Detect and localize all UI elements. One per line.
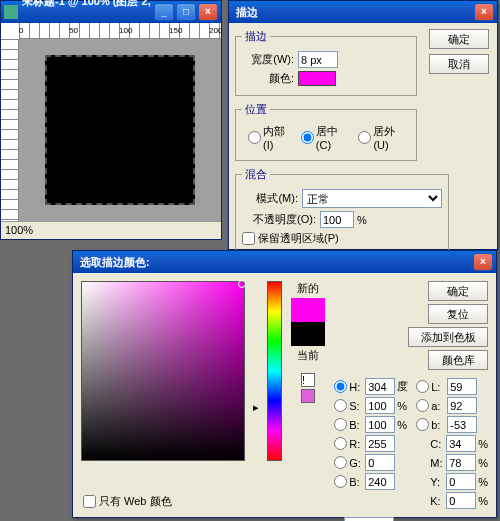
value-grid: H:度 L: S:% a: B:% b: R: C:% G: M:% B: Y:… <box>334 377 488 510</box>
close-button[interactable]: × <box>198 3 218 21</box>
minimize-button[interactable]: _ <box>154 3 174 21</box>
document-window: 未标题-1 @ 100% (图层 2, ... _ □ × 0 50 100 1… <box>0 0 222 240</box>
color-label: 颜色: <box>242 71 298 86</box>
radio-label: 居外(U) <box>373 124 410 151</box>
h-input[interactable] <box>365 378 395 395</box>
color-swatch[interactable] <box>298 71 336 86</box>
a-input[interactable] <box>447 397 477 414</box>
close-button[interactable]: × <box>474 3 494 21</box>
stroke-buttons: 确定 取消 <box>429 29 489 74</box>
maximize-button[interactable]: □ <box>176 3 196 21</box>
m-input[interactable] <box>446 454 476 471</box>
y-input[interactable] <box>446 473 476 490</box>
ruler-vertical <box>1 39 19 221</box>
group-label: 位置 <box>242 102 270 117</box>
radio-label: 内部(I) <box>263 124 295 151</box>
ruler-mark: 100 <box>119 26 132 35</box>
canvas-area[interactable] <box>19 39 221 221</box>
stroke-group: 描边 宽度(W): 颜色: <box>235 29 417 96</box>
c-input[interactable] <box>446 435 476 452</box>
document-titlebar[interactable]: 未标题-1 @ 100% (图层 2, ... _ □ × <box>1 1 221 23</box>
hex-input[interactable] <box>344 517 394 521</box>
web-only-label: 只有 Web 颜色 <box>99 494 172 509</box>
mode-label: 模式(M): <box>242 191 302 206</box>
bl-input[interactable] <box>365 473 395 490</box>
preserve-checkbox[interactable] <box>242 232 255 245</box>
position-inside-radio[interactable] <box>248 131 261 144</box>
ok-button[interactable]: 确定 <box>428 281 488 301</box>
position-outside-radio[interactable] <box>358 131 371 144</box>
current-color-swatch <box>291 322 325 346</box>
preview-column: 新的 当前 ! <box>290 281 326 521</box>
color-picker-dialog: 选取描边颜色: × ▸ 新的 当前 ! 确定 复位 添加到色板 颜色库 <box>72 250 497 518</box>
opacity-input[interactable] <box>320 211 354 228</box>
r-radio[interactable] <box>334 437 347 450</box>
picker-cursor-icon <box>238 280 246 288</box>
warning-icon[interactable]: ! <box>301 373 315 387</box>
picker-title: 选取描边颜色: <box>76 251 471 273</box>
stroke-titlebar[interactable]: 描边 × <box>229 1 497 23</box>
new-color-swatch <box>291 298 325 322</box>
lab-b-input[interactable] <box>447 416 477 433</box>
r-input[interactable] <box>365 435 395 452</box>
prev-swatch[interactable] <box>301 389 315 403</box>
stroke-dialog: 描边 × 确定 取消 描边 宽度(W): 颜色: 位置 内部(I) 居中(C) … <box>228 0 498 250</box>
k-input[interactable] <box>446 492 476 509</box>
s-input[interactable] <box>365 397 395 414</box>
hue-slider-icon: ▸ <box>253 401 259 414</box>
picker-titlebar[interactable]: 选取描边颜色: × <box>73 251 496 273</box>
close-button[interactable]: × <box>473 253 493 271</box>
lab-b-radio[interactable] <box>416 418 429 431</box>
hue-slider[interactable] <box>267 281 282 461</box>
stroke-title: 描边 <box>232 1 472 23</box>
s-radio[interactable] <box>334 399 347 412</box>
opacity-label: 不透明度(O): <box>242 212 320 227</box>
l-input[interactable] <box>447 378 477 395</box>
ruler-mark: 0 <box>19 26 23 35</box>
add-swatch-button[interactable]: 添加到色板 <box>408 327 488 347</box>
g-input[interactable] <box>365 454 395 471</box>
color-preview <box>291 298 325 346</box>
position-group: 位置 内部(I) 居中(C) 居外(U) <box>235 102 417 161</box>
web-only-checkbox[interactable] <box>83 495 96 508</box>
reset-button[interactable]: 复位 <box>428 304 488 324</box>
width-input[interactable] <box>298 51 338 68</box>
canvas-selection[interactable] <box>45 55 195 205</box>
zoom-level: 100% <box>5 224 33 236</box>
preserve-label: 保留透明区域(P) <box>258 231 339 246</box>
position-center-radio[interactable] <box>301 131 314 144</box>
current-label: 当前 <box>297 348 319 363</box>
group-label: 混合 <box>242 167 270 182</box>
width-label: 宽度(W): <box>242 52 298 67</box>
ruler-mark: 50 <box>69 26 78 35</box>
l-radio[interactable] <box>416 380 429 393</box>
radio-label: 居中(C) <box>316 124 353 151</box>
status-bar: 100% <box>1 221 221 239</box>
ruler-mark: 200 <box>209 26 222 35</box>
group-label: 描边 <box>242 29 270 44</box>
color-lib-button[interactable]: 颜色库 <box>428 350 488 370</box>
ruler-mark: 150 <box>169 26 182 35</box>
ok-button[interactable]: 确定 <box>429 29 489 49</box>
percent-label: % <box>357 214 367 226</box>
ruler-horizontal: 0 50 100 150 200 <box>19 23 221 39</box>
bl-radio[interactable] <box>334 475 347 488</box>
new-label: 新的 <box>297 281 319 296</box>
app-icon <box>4 5 18 19</box>
mode-select[interactable]: 正常 <box>302 189 442 208</box>
b-radio[interactable] <box>334 418 347 431</box>
saturation-value-field[interactable] <box>81 281 245 461</box>
h-radio[interactable] <box>334 380 347 393</box>
cancel-button[interactable]: 取消 <box>429 54 489 74</box>
b-input[interactable] <box>365 416 395 433</box>
g-radio[interactable] <box>334 456 347 469</box>
a-radio[interactable] <box>416 399 429 412</box>
blend-group: 混合 模式(M): 正常 不透明度(O): % 保留透明区域(P) <box>235 167 449 256</box>
